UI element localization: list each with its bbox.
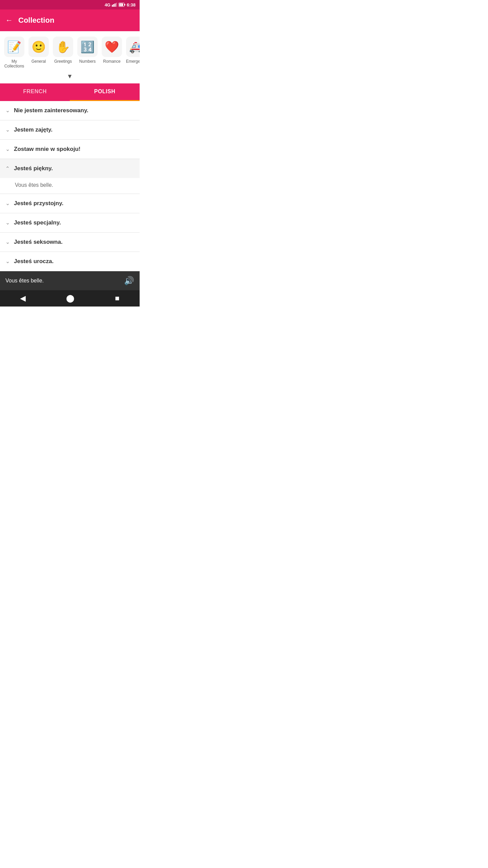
category-label-numbers: Numbers <box>79 59 96 64</box>
category-icon-my-collections: 📝 <box>4 37 24 57</box>
phrase-item-8: ⌄Jesteś urocza. <box>0 252 140 271</box>
phrase-translation-4: Vous êtes belle. <box>0 178 140 194</box>
phrase-item-5: ⌄Jesteś przystojny. <box>0 194 140 213</box>
phrase-text-2: Jestem zajęty. <box>14 126 53 133</box>
nav-back-button[interactable]: ◀ <box>20 294 26 303</box>
svg-rect-2 <box>115 3 116 7</box>
category-icon-numbers: 🔢 <box>77 37 98 57</box>
phrase-chevron-4: ⌄ <box>5 165 10 172</box>
svg-rect-0 <box>112 5 113 7</box>
status-bar: 4G + 6:38 <box>0 0 140 9</box>
phrase-list: ⌄Nie jestem zainteresowany.⌄Jestem zajęt… <box>0 101 140 271</box>
expand-row: ▼ <box>0 72 140 83</box>
audio-play-button[interactable]: 🔊 <box>124 276 134 285</box>
battery-icon: + <box>119 3 125 7</box>
phrase-text-5: Jesteś przystojny. <box>14 200 63 207</box>
nav-home-button[interactable]: ⬤ <box>66 294 75 303</box>
phrase-item-2: ⌄Jestem zajęty. <box>0 120 140 140</box>
phrase-row-1[interactable]: ⌄Nie jestem zainteresowany. <box>0 101 140 120</box>
category-label-greetings: Greetings <box>54 59 72 64</box>
phrase-text-8: Jesteś urocza. <box>14 258 54 265</box>
category-label-romance: Romance <box>103 59 120 64</box>
phrase-row-8[interactable]: ⌄Jesteś urocza. <box>0 252 140 271</box>
phrase-chevron-8: ⌄ <box>5 258 10 264</box>
category-item-greetings[interactable]: ✋ Greetings <box>52 37 75 64</box>
phrase-row-6[interactable]: ⌄Jesteś specjalny. <box>0 213 140 232</box>
android-nav-bar: ◀⬤■ <box>0 290 140 307</box>
category-icon-emergency: 🚑 <box>126 37 140 57</box>
category-label-my-collections: My Collections <box>3 59 26 69</box>
audio-bar: Vous êtes belle. 🔊 <box>0 271 140 290</box>
category-item-general[interactable]: 🙂 General <box>27 37 50 64</box>
svg-rect-3 <box>116 3 117 7</box>
phrase-item-1: ⌄Nie jestem zainteresowany. <box>0 101 140 120</box>
signal-label: 4G <box>105 2 110 7</box>
phrase-chevron-6: ⌄ <box>5 219 10 226</box>
phrase-row-2[interactable]: ⌄Jestem zajęty. <box>0 120 140 139</box>
svg-rect-1 <box>113 4 114 7</box>
audio-text: Vous êtes belle. <box>5 278 44 284</box>
phrase-text-6: Jesteś specjalny. <box>14 219 61 226</box>
expand-chevron[interactable]: ▼ <box>67 73 73 80</box>
back-button[interactable]: ← <box>5 16 13 25</box>
phrase-item-7: ⌄Jesteś seksowna. <box>0 233 140 252</box>
phrase-chevron-7: ⌄ <box>5 239 10 245</box>
phrase-row-7[interactable]: ⌄Jesteś seksowna. <box>0 233 140 252</box>
phrase-row-4[interactable]: ⌄Jesteś piękny. <box>0 159 140 178</box>
phrase-row-5[interactable]: ⌄Jesteś przystojny. <box>0 194 140 213</box>
tab-polish[interactable]: POLISH <box>70 83 140 101</box>
phrase-item-3: ⌄Zostaw mnie w spokoju! <box>0 140 140 159</box>
svg-text:+: + <box>120 4 122 6</box>
tab-bar: FRENCHPOLISH <box>0 83 140 101</box>
app-header: ← Collection <box>0 9 140 31</box>
phrase-chevron-2: ⌄ <box>5 126 10 133</box>
category-icon-greetings: ✋ <box>53 37 73 57</box>
category-label-emergency: Emergency <box>126 59 140 64</box>
phrase-chevron-1: ⌄ <box>5 107 10 114</box>
category-row: 📝 My Collections 🙂 General ✋ Greetings 🔢… <box>0 31 140 72</box>
phrase-scroll-area[interactable]: ⌄Nie jestem zainteresowany.⌄Jestem zajęt… <box>0 101 140 271</box>
phrase-row-3[interactable]: ⌄Zostaw mnie w spokoju! <box>0 140 140 159</box>
time-label: 6:38 <box>127 2 136 7</box>
phrase-text-7: Jesteś seksowna. <box>14 239 63 245</box>
category-item-numbers[interactable]: 🔢 Numbers <box>76 37 99 64</box>
phrase-text-1: Nie jestem zainteresowany. <box>14 107 88 114</box>
svg-rect-6 <box>124 4 125 6</box>
phrase-item-6: ⌄Jesteś specjalny. <box>0 213 140 233</box>
signal-icon <box>112 3 117 7</box>
nav-recent-button[interactable]: ■ <box>115 294 119 303</box>
header-title: Collection <box>18 16 54 25</box>
phrase-chevron-5: ⌄ <box>5 200 10 206</box>
phrase-text-3: Zostaw mnie w spokoju! <box>14 146 80 153</box>
category-label-general: General <box>32 59 46 64</box>
category-item-my-collections[interactable]: 📝 My Collections <box>3 37 26 69</box>
status-icons: 4G + 6:38 <box>105 2 136 7</box>
phrase-text-4: Jesteś piękny. <box>14 165 53 172</box>
category-icon-romance: ❤️ <box>102 37 122 57</box>
category-icon-general: 🙂 <box>28 37 49 57</box>
phrase-chevron-3: ⌄ <box>5 146 10 152</box>
phrase-item-4: ⌄Jesteś piękny.Vous êtes belle. <box>0 159 140 194</box>
category-item-emergency[interactable]: 🚑 Emergency <box>125 37 140 64</box>
tab-french[interactable]: FRENCH <box>0 83 70 100</box>
category-item-romance[interactable]: ❤️ Romance <box>100 37 123 64</box>
